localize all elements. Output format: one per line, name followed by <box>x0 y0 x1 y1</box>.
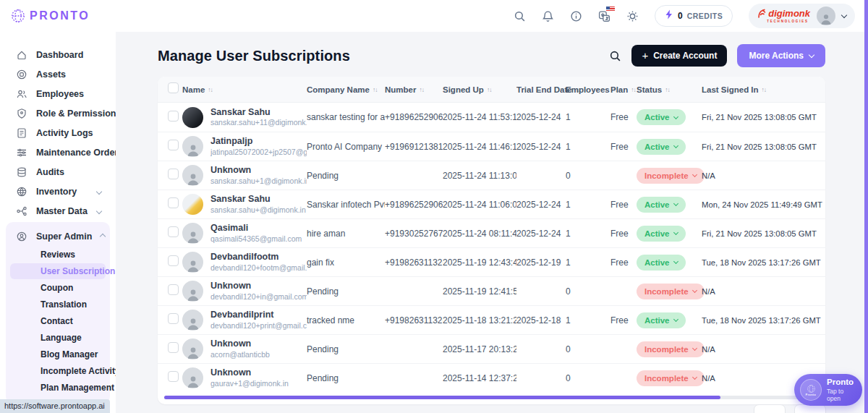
sidebar-subitem-blog-manager[interactable]: Blog Manager <box>10 346 106 362</box>
sidebar-item-maintenance-order[interactable]: Maintenance Order <box>6 142 110 162</box>
status-badge[interactable]: Active <box>637 255 686 271</box>
trial-end-date-cell: 2025-12-24 <box>516 142 566 152</box>
column-header-employees[interactable]: Employees↑↓ <box>566 85 610 94</box>
column-header-last-signed-in[interactable]: Last Signed In↑↓ <box>702 85 825 94</box>
user-name: Sanskar Sahu <box>210 194 306 205</box>
sort-icon[interactable]: ↑↓ <box>419 86 424 93</box>
last-signed-in-cell: Fri, 21 Nov 2025 13:08:05 GMT <box>702 229 825 238</box>
more-actions-button[interactable]: More Actions <box>737 44 825 67</box>
status-badge[interactable]: Active <box>637 197 686 213</box>
sidebar-item-audits[interactable]: Audits <box>6 162 110 182</box>
status-badge[interactable]: Active <box>637 226 686 242</box>
status-label: Active <box>644 258 670 267</box>
column-header-status[interactable]: Status↑↓ <box>637 85 702 94</box>
app-logo[interactable]: PRONTO <box>10 8 90 24</box>
user-name: Sanskar Sahu <box>210 107 307 119</box>
employees-cell: 1 <box>566 257 610 268</box>
status-badge[interactable]: Incomplete <box>637 284 705 299</box>
row-checkbox[interactable] <box>168 226 179 237</box>
company-name-cell: hire aman <box>307 229 385 239</box>
last-signed-in-cell: N/A <box>702 345 825 354</box>
row-checkbox[interactable] <box>168 140 179 150</box>
theme-sun-icon[interactable] <box>626 10 639 22</box>
column-label: Signed Up <box>443 85 484 94</box>
sidebar-subitem-contact[interactable]: Contact <box>10 313 106 329</box>
sidebar-item-activity-logs[interactable]: Activity Logs <box>6 123 110 142</box>
row-checkbox[interactable] <box>168 111 179 122</box>
sidebar-item-inventory[interactable]: Inventory <box>6 182 110 201</box>
row-checkbox[interactable] <box>168 284 179 295</box>
sidebar-item-role-permission[interactable]: Role & Permission <box>6 103 110 123</box>
profile-menu[interactable]: digimonk TECHNOLOGIES <box>749 4 855 28</box>
status-badge[interactable]: Active <box>637 109 686 125</box>
sidebar-subitem-translation[interactable]: Translation <box>10 297 106 312</box>
info-icon[interactable] <box>570 10 582 22</box>
sort-icon[interactable]: ↑↓ <box>487 86 492 93</box>
table-horizontal-scrollbar[interactable] <box>164 396 720 399</box>
sidebar-subitem-plan-management[interactable]: Plan Management <box>10 380 106 396</box>
credits-pill[interactable]: 0 CREDITS <box>655 5 733 27</box>
status-label: Incomplete <box>644 345 689 354</box>
notifications-bell-icon[interactable] <box>542 10 554 22</box>
sidebar-subitem-reviews[interactable]: Reviews <box>10 247 106 263</box>
column-header-plan[interactable]: Plan↑↓ <box>610 85 637 94</box>
sort-icon[interactable]: ↑↓ <box>665 86 670 93</box>
status-badge[interactable]: Incomplete <box>637 370 705 386</box>
row-checkbox[interactable] <box>168 371 179 382</box>
row-checkbox[interactable] <box>168 169 179 179</box>
table-horizontal-scrollbar-track <box>164 396 819 399</box>
column-label: Number <box>385 85 416 94</box>
row-checkbox[interactable] <box>168 197 179 208</box>
sort-icon[interactable]: ↑↓ <box>208 86 213 93</box>
pronto-globe-icon <box>10 8 26 24</box>
sidebar-subitem-user-subscription[interactable]: User Subscription <box>10 263 106 279</box>
sort-icon[interactable]: ↑↓ <box>631 86 636 93</box>
row-checkbox[interactable] <box>168 342 179 353</box>
column-header-signed-up[interactable]: Signed Up↑↓ <box>443 85 516 94</box>
chat-widget[interactable]: Pronto Pronto Tap to open <box>794 374 862 406</box>
maintenance-order-icon <box>16 147 27 158</box>
status-badge[interactable]: Active <box>637 139 686 155</box>
column-header-name[interactable]: Name↑↓ <box>182 85 307 94</box>
status-label: Active <box>644 113 670 122</box>
sidebar-item-super-admin[interactable]: Super Admin <box>6 226 110 246</box>
sort-icon[interactable]: ↑↓ <box>762 86 767 93</box>
status-badge[interactable]: Active <box>637 312 686 328</box>
chevron-down-icon <box>673 230 678 235</box>
company-name-cell: tracked nme <box>307 315 385 325</box>
chevron-down-icon <box>673 259 678 264</box>
org-subtitle: TECHNOLOGIES <box>757 20 810 24</box>
sidebar-subitem-coupon[interactable]: Coupon <box>10 280 106 296</box>
user-avatar <box>182 165 203 186</box>
column-header-number[interactable]: Number↑↓ <box>385 85 443 94</box>
credits-label: CREDITS <box>687 12 723 20</box>
user-email: devbandil120+footm@gmail.com <box>210 263 307 273</box>
sidebar-subitem-language[interactable]: Language <box>10 330 106 346</box>
row-checkbox[interactable] <box>168 255 179 266</box>
row-checkbox[interactable] <box>168 313 179 324</box>
select-all-checkbox[interactable] <box>168 82 179 93</box>
table-row: Unknown sanskar.sahu+1@digimonk.in Pendi… <box>158 161 825 190</box>
user-name: Devbandilprint <box>210 310 307 321</box>
page-scrollbar[interactable] <box>864 0 868 413</box>
table-row: Devbandilprint devbandil120+print@gmail.… <box>158 305 825 334</box>
sidebar-item-employees[interactable]: Employees <box>6 84 110 103</box>
sidebar-item-master-data[interactable]: Master Data <box>6 201 110 221</box>
column-header-trial-end-date[interactable]: Trial End Date↑↓ <box>516 85 566 94</box>
sort-icon[interactable]: ↑↓ <box>373 86 378 93</box>
plan-cell: Free <box>610 257 637 268</box>
translate-icon[interactable] <box>598 10 610 22</box>
sidebar-subitem-incomplete-activity[interactable]: Incomplete Activity <box>10 363 106 379</box>
search-icon[interactable] <box>514 10 526 22</box>
sidebar-item-assets[interactable]: Assets <box>6 64 110 84</box>
number-cell: +919826311326 <box>385 315 443 325</box>
status-badge[interactable]: Incomplete <box>637 341 705 357</box>
status-label: Active <box>644 229 670 238</box>
create-account-button[interactable]: + Create Account <box>631 45 727 67</box>
previous-page-button[interactable] <box>754 404 786 413</box>
table-search-icon[interactable] <box>609 50 621 62</box>
status-badge[interactable]: Incomplete <box>637 168 705 184</box>
column-header-company-name[interactable]: Company Name↑↓ <box>307 85 385 94</box>
user-avatar <box>182 194 203 215</box>
sidebar-item-dashboard[interactable]: Dashboard <box>6 45 110 64</box>
